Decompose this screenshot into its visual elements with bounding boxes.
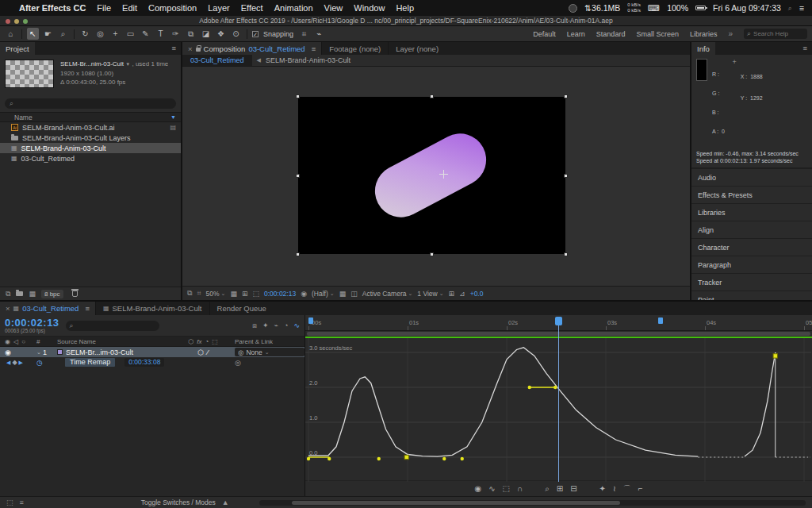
brush-tool-icon[interactable]: ✑ [170,28,182,40]
comp-flowchart-icon[interactable]: ⧈ [252,321,257,330]
roto-brush-tool-icon[interactable]: ❖ [215,28,227,40]
viewer-timecode[interactable]: 0:00:02:13 [264,290,296,298]
tab-timeline-active[interactable]: × ▦ 03-Cult_Retimed ≡ [0,302,95,315]
exposure-value[interactable]: +0.0 [470,290,484,298]
fit-selection-icon[interactable]: ⊞ [557,484,563,493]
keyframe-diamond-icon[interactable]: ◆ [12,359,17,366]
workspace-default[interactable]: Default [533,30,556,38]
playhead-handle[interactable] [555,317,562,325]
panel-menu-icon[interactable]: ≡ [798,42,812,55]
orbit-camera-tool-icon[interactable]: ↻ [79,28,91,40]
pickwhip-icon[interactable]: ◎ [238,348,243,356]
show-properties-icon[interactable]: ◉ [474,484,481,493]
type-tool-icon[interactable]: T [155,28,167,40]
tab-layer[interactable]: Layer (none) [388,42,446,55]
menu-item-layer[interactable]: Layer [208,3,230,13]
composition-frame[interactable] [298,97,565,254]
workspace-overflow-icon[interactable]: » [728,29,733,38]
hand-tool-icon[interactable]: ☛ [42,28,54,40]
breadcrumb-parent[interactable]: SELM-Brand-Anim-03-Cult [266,56,350,64]
selection-handle[interactable] [296,252,300,256]
snap-option2-icon[interactable]: ⌁ [313,28,325,40]
menu-item-view[interactable]: View [324,3,343,13]
previous-keyframe-icon[interactable]: ◀ [6,360,10,366]
help-search-input[interactable] [753,30,801,37]
spotlight-icon[interactable]: ⌕ [788,4,792,13]
zoom-window-button[interactable] [23,19,28,24]
layer-row-1[interactable]: ◉ ⌄ 1 SELM-Br...im-03-Cult ⬡ ⁄ [0,347,304,357]
auto-zoom-icon[interactable]: ⌕ [545,484,550,494]
mask-visibility-icon[interactable]: ⬚ [252,290,259,298]
ease-in-icon[interactable]: ⌒ [623,483,631,495]
layer-color-chip[interactable] [57,349,63,355]
lock-icon[interactable] [196,48,201,52]
safe-margins-icon[interactable]: ▦ [230,290,237,298]
clone-stamp-tool-icon[interactable]: ⧉ [185,28,197,40]
project-bit-depth[interactable]: 8 bpc [41,290,63,298]
breadcrumb-current[interactable]: 03-Cult_Retimed [182,55,252,66]
expand-icon[interactable]: ⬚ [6,498,13,506]
panel-tab-audio[interactable]: Audio [691,168,812,186]
creative-cloud-icon[interactable] [569,4,577,13]
dropdown-icon[interactable]: ▼ [125,62,130,67]
anchor-point-icon[interactable] [439,170,448,179]
selection-handle[interactable] [296,94,300,98]
help-search[interactable]: ⌕ [744,29,807,39]
menu-item-window[interactable]: Window [354,3,385,13]
panel-menu-icon[interactable]: ≡ [167,42,181,55]
composition-marker[interactable] [308,318,313,324]
close-icon[interactable]: × [188,44,193,53]
project-item[interactable]: ▦SELM-Brand-Anim-03-Cult [0,143,181,153]
draft-3d-icon[interactable]: ✦ [262,321,269,330]
source-name-header[interactable]: Source Name [57,338,96,345]
panel-tab-libraries[interactable]: Libraries [691,203,812,221]
pickwhip-icon[interactable]: ◎ [235,359,241,367]
workspace-libraries[interactable]: Libraries [690,30,718,38]
tab-footage[interactable]: Footage (none) [321,42,388,55]
edit-keyframe-icon[interactable]: ✦ [599,484,606,493]
property-value[interactable]: 0:00:33:08 [124,358,164,367]
layer-source-name[interactable]: SELM-Br...im-03-Cult [66,348,133,356]
motion-blur-icon[interactable]: ◔ [284,321,288,330]
next-keyframe-icon[interactable]: ▶ [19,360,23,366]
tab-render-queue[interactable]: Render Queue [209,302,274,315]
timeline-search-input[interactable]: ⌕ [66,321,159,331]
project-item[interactable]: AiSELM-Brand-Anim-03-Cult.ai▤ [0,122,181,133]
ease-out-icon[interactable]: ⌐ [638,484,643,493]
notification-center-icon[interactable]: ≡ [799,3,804,13]
transform-box-icon[interactable]: ⬚ [503,484,510,493]
menu-item-help[interactable]: Help [396,3,414,13]
easy-ease-icon[interactable]: ≀ [613,484,616,493]
project-item[interactable]: SELM-Brand-Anim-03-Cult Layers [0,133,181,143]
menu-item-composition[interactable]: Composition [148,3,197,13]
parent-select[interactable]: ◎ None ⌄ [235,348,304,356]
current-timecode[interactable]: 0:00:02:13 [5,318,59,328]
menu-item-file[interactable]: File [97,3,111,13]
eraser-tool-icon[interactable]: ◪ [200,28,212,40]
selection-handle[interactable] [564,94,568,98]
interpret-footage-icon[interactable]: ⧉ [6,290,10,298]
camera-select[interactable]: Active Camera ⌄ [362,290,413,298]
panel-menu-icon[interactable]: ≡ [85,304,90,313]
selection-handle[interactable] [430,94,434,98]
panel-tab-paint[interactable]: Paint [691,291,812,300]
new-comp-icon[interactable]: ▦ [29,290,36,298]
panel-tab-paragraph[interactable]: Paragraph [691,256,812,273]
composition-viewport[interactable] [182,67,690,286]
tab-timeline-comp2[interactable]: ▦ SELM-Brand-Anim-03-Cult [95,302,209,315]
new-folder-icon[interactable] [16,291,23,296]
input-source-icon[interactable]: ⌨ [648,3,660,13]
workspace-standard[interactable]: Standard [596,30,626,38]
selection-tool-icon[interactable]: ↖ [27,28,39,40]
panel-tab-character[interactable]: Character [691,238,812,256]
workspace-small-screen[interactable]: Small Screen [636,30,679,38]
selection-handle[interactable] [564,252,568,256]
fit-all-icon[interactable]: ⊟ [570,484,576,493]
menu-item-effect[interactable]: Effect [241,3,263,13]
tab-project[interactable]: Project [0,42,35,55]
shape-tool-icon[interactable]: ▭ [124,28,136,40]
pan-behind-tool-icon[interactable]: + [109,28,121,40]
menubar-clock[interactable]: Fri 6 Aug 09:47:33 [713,3,781,13]
pen-tool-icon[interactable]: ✎ [140,28,151,40]
region-of-interest-icon[interactable]: ▦ [339,290,347,298]
